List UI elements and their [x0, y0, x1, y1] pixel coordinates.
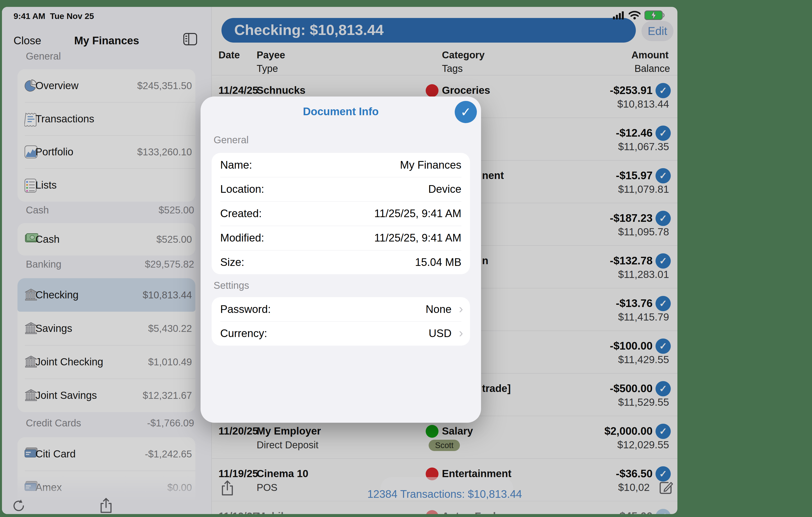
setting-label: Password:	[220, 303, 271, 316]
info-label: Name:	[220, 159, 252, 171]
info-label: Location:	[220, 183, 264, 195]
info-label: Modified:	[220, 232, 264, 244]
info-value: My Finances	[400, 159, 461, 171]
modal-title: Document Info	[201, 105, 481, 118]
info-row-created: Created: 11/25/25, 9:41 AM	[212, 201, 470, 225]
modal-section-general: General	[213, 134, 249, 145]
setting-row-password[interactable]: Password: None ›	[212, 297, 470, 321]
modal-card-general: Name: My Finances Location: Device Creat…	[212, 153, 470, 274]
confirm-check-button[interactable]: ✓	[455, 101, 477, 123]
info-value: 11/25/25, 9:41 AM	[374, 207, 461, 220]
document-info-modal: Document Info ✓ General Name: My Finance…	[201, 97, 481, 423]
setting-row-currency[interactable]: Currency: USD ›	[212, 321, 470, 346]
info-row-location: Location: Device	[212, 177, 470, 201]
info-label: Size:	[220, 256, 244, 268]
setting-label: Currency:	[220, 327, 267, 339]
info-row-name: Name: My Finances	[212, 153, 470, 177]
setting-value: None	[426, 303, 452, 316]
info-label: Created:	[220, 207, 262, 220]
info-value: Device	[428, 183, 462, 195]
finance-app-window: 9:41 AM Tue Nov 25 Close My Finances Gen…	[2, 7, 677, 514]
modal-section-settings: Settings	[213, 280, 249, 291]
chevron-right-icon: ›	[459, 325, 463, 340]
info-row-size: Size: 15.04 MB	[212, 250, 470, 274]
info-row-modified: Modified: 11/25/25, 9:41 AM	[212, 226, 470, 250]
info-value: 11/25/25, 9:41 AM	[374, 232, 461, 244]
info-value: 15.04 MB	[415, 256, 461, 268]
modal-card-settings: Password: None › Currency: USD ›	[212, 297, 470, 346]
setting-value: USD	[429, 327, 452, 339]
chevron-right-icon: ›	[459, 301, 463, 316]
